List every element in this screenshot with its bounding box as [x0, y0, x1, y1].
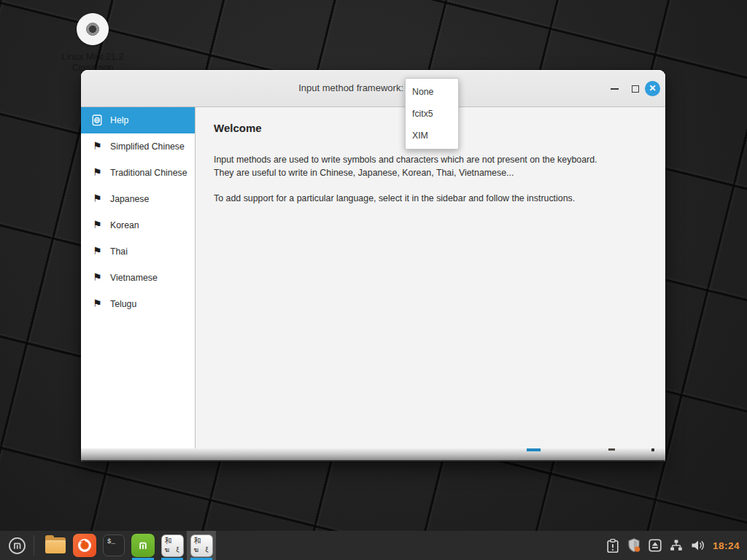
files-launcher[interactable] — [41, 531, 70, 560]
clock[interactable]: 18:24 — [713, 540, 740, 551]
desktop-icon-linux-mint-iso[interactable]: Linux Mint 21.2 Cinnamon — [53, 13, 133, 74]
sidebar-item-thai[interactable]: Thai — [81, 238, 195, 265]
intro-paragraph: Input methods are used to write symbols … — [214, 153, 648, 179]
window-headerbar[interactable]: Input method framework: ✕ — [81, 70, 665, 107]
cd-disc-icon — [77, 13, 109, 45]
flag-icon — [93, 245, 102, 257]
help-doc-icon — [92, 114, 103, 129]
flag-icon — [93, 298, 102, 309]
taskbar-separator — [34, 535, 34, 556]
sidebar-item-japanese[interactable]: Japanese — [81, 186, 195, 212]
input-method-window-button-1[interactable]: 和 ฆ ξ — [158, 531, 187, 560]
help-content-pane: Welcome Input methods are used to write … — [196, 107, 665, 448]
sidebar-item-telugu[interactable]: Telugu — [81, 291, 195, 317]
network-icon[interactable] — [668, 537, 684, 553]
minimize-icon — [611, 88, 619, 90]
terminal-launcher[interactable]: $_ — [99, 531, 128, 560]
flag-icon — [93, 271, 102, 283]
sidebar-item-label: Telugu — [110, 299, 136, 309]
instructions-paragraph: To add support for a particular language… — [214, 192, 648, 205]
sidebar-item-label: Korean — [110, 220, 139, 230]
framework-dropdown-menu: None fcitx5 XIM — [405, 78, 459, 149]
sidebar-item-label: Vietnamese — [110, 273, 158, 283]
mint-menu-button[interactable] — [0, 531, 34, 560]
sidebar-item-label: Traditional Chinese — [110, 168, 187, 178]
sidebar-item-simplified-chinese[interactable]: Simplified Chinese — [81, 133, 195, 160]
close-button[interactable]: ✕ — [645, 70, 660, 107]
sidebar-item-korean[interactable]: Korean — [81, 212, 195, 238]
mint-app-window-button[interactable] — [128, 531, 158, 560]
dropdown-option-fcitx5[interactable]: fcitx5 — [406, 103, 458, 125]
dropdown-option-xim[interactable]: XIM — [406, 125, 458, 147]
clipped-widget-sliver — [651, 448, 654, 451]
language-sidebar: Help Simplified Chinese Traditional Chin… — [81, 107, 196, 448]
sidebar-item-label: Thai — [110, 246, 128, 257]
sidebar-item-label: Help — [110, 115, 128, 125]
sidebar-item-label: Simplified Chinese — [110, 141, 185, 152]
flag-icon — [93, 192, 102, 204]
input-methods-window: Input method framework: ✕ Help Simpl — [81, 70, 665, 462]
flag-icon — [93, 166, 102, 178]
terminal-icon: $_ — [103, 534, 125, 556]
sidebar-item-traditional-chinese[interactable]: Traditional Chinese — [81, 160, 195, 186]
firefox-icon — [73, 534, 96, 557]
firefox-launcher[interactable] — [70, 531, 99, 560]
flag-icon — [93, 219, 102, 230]
system-tray: 18:24 — [605, 537, 747, 553]
input-method-window-button-2-focused[interactable]: 和 ฆ ξ — [187, 531, 216, 560]
mint-green-app-icon — [131, 534, 155, 557]
maximize-icon — [632, 85, 639, 93]
system-reports-icon[interactable] — [605, 537, 621, 553]
volume-icon[interactable] — [689, 537, 705, 553]
close-icon: ✕ — [645, 81, 660, 96]
minimize-button[interactable] — [611, 70, 619, 107]
sidebar-item-vietnamese[interactable]: Vietnamese — [81, 265, 195, 291]
flag-icon — [93, 140, 102, 152]
maximize-button[interactable] — [632, 70, 639, 107]
sidebar-item-help[interactable]: Help — [81, 107, 195, 133]
update-manager-shield-icon[interactable] — [626, 537, 642, 553]
sidebar-item-label: Japanese — [110, 194, 149, 204]
clipped-widget-sliver — [608, 448, 615, 451]
removable-media-icon[interactable] — [647, 537, 663, 553]
input-method-icon: 和 ฆ ξ — [161, 534, 184, 557]
input-method-icon: 和 ฆ ξ — [190, 534, 213, 557]
window-bottom-bar-clipped — [81, 448, 665, 462]
window-title: Input method framework: — [298, 82, 403, 93]
folder-icon — [44, 534, 67, 557]
clipped-widget-sliver — [527, 448, 541, 451]
taskbar: $_ 和 ฆ ξ 和 ฆ ξ — [0, 531, 747, 560]
mint-logo-icon — [7, 536, 27, 556]
dropdown-option-none[interactable]: None — [406, 81, 458, 103]
